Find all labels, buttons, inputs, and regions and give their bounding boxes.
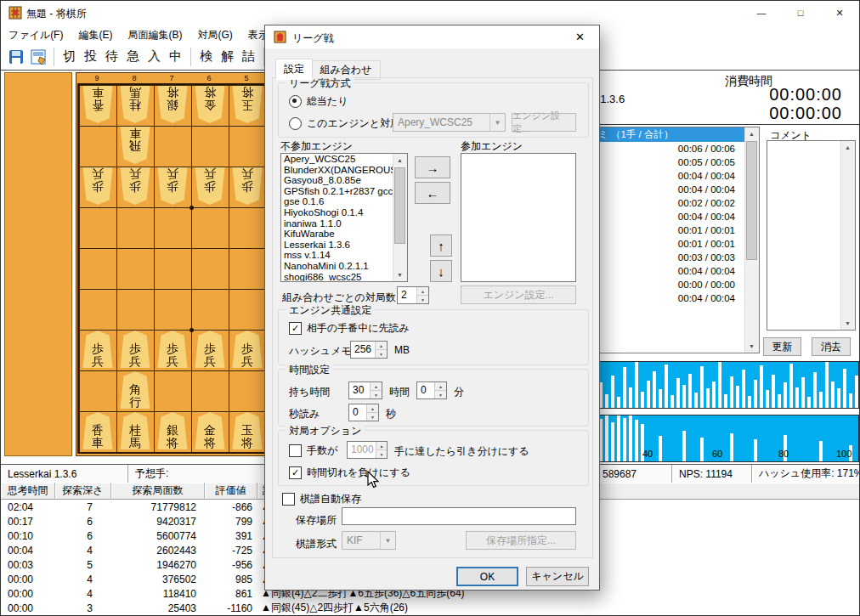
shogi-piece[interactable]: 歩兵 — [119, 331, 151, 368]
header-think-time[interactable]: 思考時間 — [1, 483, 55, 500]
toolbar-button-analyze[interactable]: 解 — [217, 46, 238, 68]
toolbar-button-hurry[interactable]: 急 — [122, 46, 144, 68]
vs-engine-radio[interactable]: このエンジンと対局 — [289, 116, 400, 131]
header-depth[interactable]: 探索深さ — [55, 483, 111, 500]
comment-box[interactable]: ▲ ▼ — [767, 140, 856, 331]
save-kifu-icon[interactable] — [27, 46, 49, 68]
scroll-down-icon[interactable]: ▼ — [745, 340, 758, 353]
header-score[interactable]: 評価値 — [205, 483, 257, 500]
participants-listbox[interactable] — [461, 153, 576, 282]
update-button[interactable]: 更新 — [763, 337, 801, 356]
scroll-up-icon[interactable]: ▲ — [841, 141, 854, 154]
main-time-hours-stepper[interactable]: 30 ▲▼ — [348, 381, 382, 399]
nonparticipants-listbox[interactable]: Apery_WCSC25BlunderXX(DANGEROUSGasyou8_8… — [280, 153, 408, 282]
byoyomi-value[interactable]: 0 — [349, 404, 366, 421]
cancel-button[interactable]: キャンセル — [526, 567, 589, 586]
move-left-button[interactable]: ← — [415, 182, 450, 204]
hash-memory-stepper[interactable]: 256 ▲▼ — [350, 341, 388, 359]
shogi-piece[interactable]: 桂馬 — [119, 86, 151, 123]
shogi-piece[interactable]: 歩兵 — [194, 331, 226, 368]
main-time-hours-value[interactable]: 30 — [349, 382, 370, 398]
shogi-piece[interactable]: 歩兵 — [231, 331, 263, 368]
scroll-down-icon[interactable]: ▼ — [841, 317, 854, 330]
dialog-close-icon[interactable]: ✕ — [561, 25, 599, 48]
shogi-piece[interactable]: 歩兵 — [194, 167, 226, 205]
comment-scrollbar[interactable]: ▲ ▼ — [840, 141, 855, 330]
shogi-piece[interactable]: 歩兵 — [231, 167, 263, 205]
engine-list-item[interactable]: shogi686_wcsc25 — [281, 272, 393, 282]
move-right-button[interactable]: → — [415, 156, 450, 178]
scroll-up-icon[interactable]: ▲ — [745, 127, 758, 140]
engine-list-item[interactable]: GPSfish 0.2.1+r2837 gcc — [281, 186, 393, 197]
ok-button[interactable]: OK — [456, 567, 518, 586]
scroll-thumb[interactable] — [394, 167, 405, 244]
stepper-arrows[interactable]: ▲▼ — [366, 404, 378, 421]
shogi-piece[interactable]: 歩兵 — [156, 167, 189, 205]
menu-position-edit[interactable]: 局面編集(B) — [120, 25, 190, 43]
engine-list-scrollbar[interactable]: ▲ ▼ — [393, 154, 407, 281]
stepper-arrows[interactable]: ▲▼ — [434, 382, 446, 398]
games-per-combo-value[interactable]: 2 — [398, 287, 416, 303]
engine-list-item[interactable]: BlunderXX(DANGEROUS — [281, 165, 393, 176]
main-time-minutes-stepper[interactable]: 0 ▲▼ — [416, 381, 447, 399]
menu-edit[interactable]: 編集(E) — [71, 25, 120, 43]
engine-list-item[interactable]: NanohaMini 0.2.1.1 — [281, 261, 393, 272]
tab-settings[interactable]: 設定 — [275, 59, 313, 80]
maximize-button[interactable]: □ — [781, 1, 820, 25]
moves-scrollbar[interactable]: ▲ ▼ — [744, 127, 759, 353]
scroll-down-icon[interactable]: ▼ — [393, 268, 406, 281]
engine-list-item[interactable]: Apery_WCSC25 — [281, 154, 393, 165]
engine-list-item[interactable]: gse 0.1.6 — [281, 196, 393, 207]
shogi-piece[interactable]: 歩兵 — [156, 331, 189, 368]
shogi-piece[interactable]: 桂馬 — [119, 412, 151, 449]
ponder-checkbox[interactable]: ✓ 相手の手番中に先読み — [289, 321, 410, 336]
engine-list-item[interactable]: HiyokoShogi 0.1.4 — [281, 207, 393, 218]
close-button[interactable]: ✕ — [820, 1, 859, 25]
engine-list-item[interactable]: Lesserkai 1.3.6 — [281, 240, 393, 251]
shogi-piece[interactable]: 歩兵 — [82, 331, 114, 368]
open-kifu-icon[interactable] — [5, 46, 27, 68]
toolbar-button-mate[interactable]: 詰 — [238, 46, 259, 68]
menu-file[interactable]: ファイル(F) — [1, 25, 71, 43]
move-up-button[interactable]: ↑ — [430, 235, 452, 257]
save-path-input[interactable] — [342, 507, 576, 525]
shogi-piece[interactable]: 飛車 — [119, 127, 151, 164]
autosave-checkbox[interactable]: 棋譜自動保存 — [282, 492, 361, 506]
toolbar-button-check[interactable]: 検 — [195, 46, 217, 68]
shogi-piece[interactable]: 香車 — [82, 86, 114, 123]
stepper-arrows[interactable]: ▲▼ — [370, 382, 382, 398]
scroll-up-icon[interactable]: ▲ — [393, 154, 406, 167]
round-robin-radio[interactable]: 総当たり — [289, 94, 348, 109]
toolbar-button-interrupt[interactable]: 中 — [165, 46, 186, 68]
shogi-piece[interactable]: 歩兵 — [82, 167, 114, 205]
engine-list-item[interactable]: Gasyou8_8.0.85e — [281, 175, 393, 186]
minimize-button[interactable]: — — [742, 1, 781, 25]
scroll-thumb[interactable] — [746, 141, 757, 260]
timeout-loss-checkbox[interactable]: ✓ 時間切れを負けにする — [289, 466, 410, 480]
toolbar-button-resign[interactable]: 切 — [59, 46, 80, 68]
shogi-piece[interactable]: 銀将 — [156, 86, 189, 123]
menu-game[interactable]: 対局(G) — [190, 25, 240, 43]
shogi-piece[interactable]: 歩兵 — [119, 167, 151, 205]
shogi-piece[interactable]: 玉将 — [231, 86, 263, 123]
toolbar-button-tōryō[interactable]: 投 — [80, 46, 101, 68]
toolbar-button-wait[interactable]: 待 — [101, 46, 122, 68]
max-moves-checkbox[interactable]: 手数が — [289, 444, 337, 458]
move-down-button[interactable]: ↓ — [430, 260, 452, 282]
engine-list-item[interactable]: KifuWarabe — [281, 229, 393, 240]
shogi-piece[interactable]: 玉将 — [231, 412, 263, 449]
shogi-piece[interactable]: 香車 — [82, 412, 114, 449]
shogi-piece[interactable]: 金将 — [194, 86, 226, 123]
header-nodes[interactable]: 探索局面数 — [111, 483, 205, 500]
stepper-arrows[interactable]: ▲▼ — [375, 342, 387, 358]
main-time-minutes-value[interactable]: 0 — [417, 382, 434, 398]
toolbar-button-enter[interactable]: 入 — [144, 46, 165, 68]
engine-list-item[interactable]: mss v.1.14 — [281, 250, 393, 261]
hash-memory-value[interactable]: 256 — [351, 342, 375, 358]
stepper-arrows[interactable]: ▲▼ — [416, 287, 428, 303]
clear-button[interactable]: 消去 — [812, 337, 851, 356]
games-per-combo-stepper[interactable]: 2 ▲▼ — [397, 286, 429, 304]
shogi-piece[interactable]: 金将 — [194, 412, 226, 449]
table-row[interactable]: 00:00325403-1160▲同銀(45)△2四歩打▲5六角(26) — [1, 601, 860, 615]
shogi-piece[interactable]: 銀将 — [156, 412, 189, 449]
